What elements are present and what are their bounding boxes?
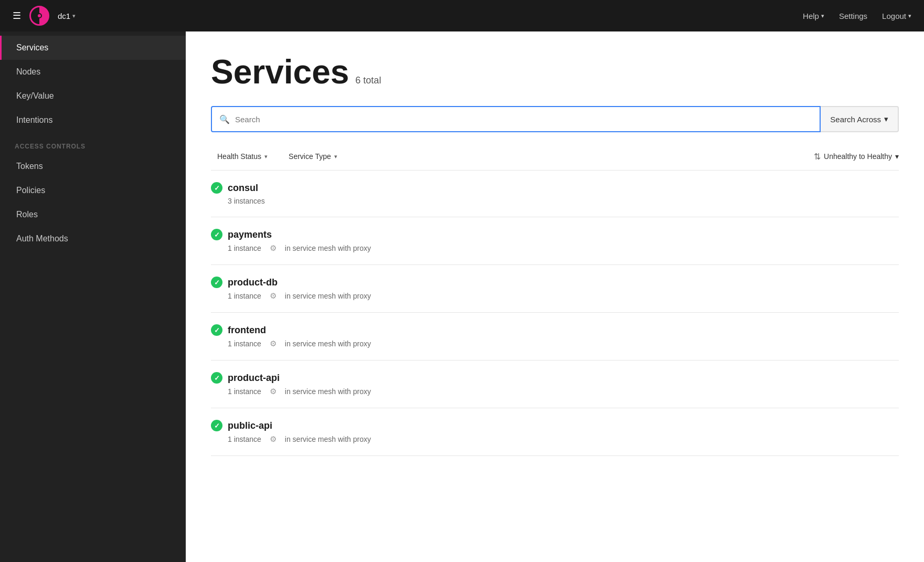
- chevron-down-icon: ▾: [72, 13, 76, 19]
- service-name: payments: [228, 229, 272, 240]
- service-item[interactable]: frontend 1 instance ⚙ in service mesh wi…: [211, 313, 899, 360]
- sidebar-item-nodes[interactable]: Nodes: [0, 60, 186, 84]
- service-item[interactable]: payments 1 instance ⚙ in service mesh wi…: [211, 217, 899, 265]
- menu-icon[interactable]: ☰: [13, 10, 21, 22]
- sidebar-item-services[interactable]: Services: [0, 36, 186, 60]
- mesh-icon: ⚙: [270, 434, 277, 444]
- topnav: ☰ dc1 ▾ Help ▾ Settings Logout ▾: [0, 0, 924, 31]
- service-item[interactable]: public-api 1 instance ⚙ in service mesh …: [211, 408, 899, 456]
- sidebar: Services Nodes Key/Value Intentions ACCE…: [0, 31, 186, 562]
- health-status-icon: [211, 229, 222, 240]
- sidebar-item-tokens[interactable]: Tokens: [0, 154, 186, 178]
- instance-count: 1 instance: [228, 387, 261, 396]
- sidebar-item-keyvalue[interactable]: Key/Value: [0, 84, 186, 108]
- sidebar-item-auth-methods[interactable]: Auth Methods: [0, 227, 186, 251]
- sort-icon: ⇅: [814, 152, 821, 162]
- service-type-filter[interactable]: Service Type ▾: [282, 149, 344, 164]
- chevron-down-icon: ▾: [908, 13, 911, 19]
- search-icon: 🔍: [219, 114, 230, 124]
- chevron-down-icon: ▾: [884, 114, 888, 124]
- mesh-label: in service mesh with proxy: [285, 292, 371, 300]
- mesh-label: in service mesh with proxy: [285, 387, 371, 396]
- service-item[interactable]: product-api 1 instance ⚙ in service mesh…: [211, 360, 899, 408]
- mesh-icon: ⚙: [270, 243, 277, 253]
- service-name: product-api: [228, 373, 280, 384]
- logo: [29, 6, 49, 26]
- health-status-icon: [211, 372, 222, 384]
- settings-link[interactable]: Settings: [839, 12, 867, 20]
- search-input[interactable]: [235, 107, 812, 131]
- logout-menu[interactable]: Logout ▾: [882, 12, 911, 20]
- instance-count: 1 instance: [228, 292, 261, 300]
- sidebar-item-roles[interactable]: Roles: [0, 203, 186, 227]
- mesh-label: in service mesh with proxy: [285, 340, 371, 348]
- service-item[interactable]: product-db 1 instance ⚙ in service mesh …: [211, 265, 899, 313]
- mesh-label: in service mesh with proxy: [285, 244, 371, 252]
- search-across-button[interactable]: Search Across ▾: [821, 106, 899, 132]
- page-title-row: Services 6 total: [211, 52, 899, 91]
- search-input-wrap: 🔍: [211, 106, 821, 132]
- filter-row: Health Status ▾ Service Type ▾ ⇅ Unhealt…: [211, 143, 899, 171]
- chevron-down-icon: ▾: [264, 153, 268, 160]
- sidebar-item-intentions[interactable]: Intentions: [0, 108, 186, 132]
- service-name: consul: [228, 183, 258, 194]
- service-name: product-db: [228, 277, 278, 288]
- main-content: Services 6 total 🔍 Search Across ▾ Healt…: [186, 31, 924, 562]
- service-name: frontend: [228, 325, 266, 336]
- health-status-filter[interactable]: Health Status ▾: [211, 149, 274, 164]
- instance-count: 1 instance: [228, 435, 261, 443]
- services-list: consul 3 instances payments 1 instance ⚙…: [211, 171, 899, 456]
- page-title: Services: [211, 52, 349, 91]
- access-controls-label: ACCESS CONTROLS: [0, 132, 186, 154]
- chevron-down-icon: ▾: [895, 152, 899, 161]
- help-menu[interactable]: Help ▾: [803, 12, 824, 20]
- health-status-icon: [211, 324, 222, 336]
- mesh-icon: ⚙: [270, 291, 277, 301]
- sort-button[interactable]: ⇅ Unhealthy to Healthy ▾: [814, 152, 899, 162]
- mesh-label: in service mesh with proxy: [285, 435, 371, 443]
- page-total-count: 6 total: [355, 75, 381, 86]
- service-name: public-api: [228, 420, 272, 431]
- health-status-icon: [211, 182, 222, 194]
- health-status-icon: [211, 420, 222, 431]
- sidebar-item-policies[interactable]: Policies: [0, 178, 186, 203]
- mesh-icon: ⚙: [270, 339, 277, 348]
- search-row: 🔍 Search Across ▾: [211, 106, 899, 132]
- chevron-down-icon: ▾: [821, 13, 824, 19]
- instance-count: 1 instance: [228, 244, 261, 252]
- service-item[interactable]: consul 3 instances: [211, 171, 899, 217]
- mesh-icon: ⚙: [270, 387, 277, 396]
- instance-count: 1 instance: [228, 340, 261, 348]
- datacenter-selector[interactable]: dc1 ▾: [58, 12, 76, 20]
- chevron-down-icon: ▾: [334, 153, 337, 160]
- health-status-icon: [211, 277, 222, 288]
- instance-count: 3 instances: [228, 197, 265, 205]
